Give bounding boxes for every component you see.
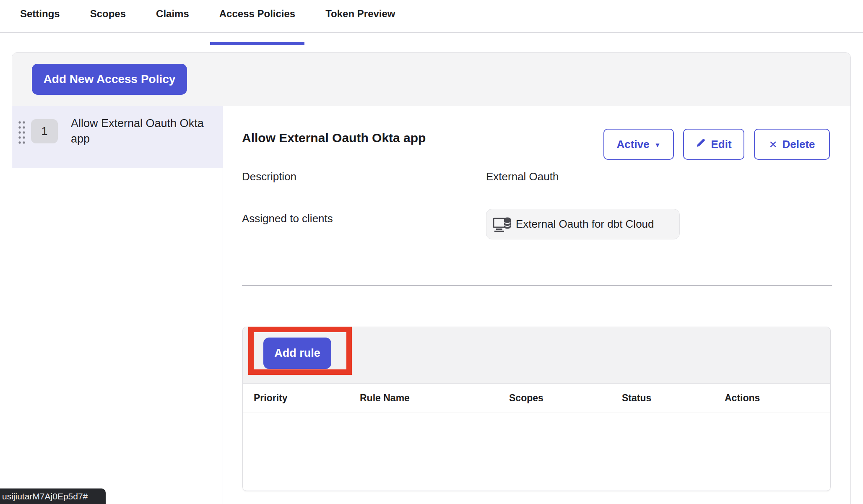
client-chip[interactable]: External Oauth for dbt Cloud bbox=[486, 209, 680, 239]
tab-bar: Settings Scopes Claims Access Policies T… bbox=[0, 0, 863, 33]
client-chip-label: External Oauth for dbt Cloud bbox=[516, 218, 654, 231]
column-header-priority: Priority bbox=[254, 392, 360, 404]
dropdown-arrow-icon: ▼ bbox=[655, 141, 661, 148]
delete-button-label: Delete bbox=[782, 138, 815, 151]
tab-scopes[interactable]: Scopes bbox=[90, 8, 126, 32]
rules-toolbar: Add rule bbox=[243, 327, 830, 384]
column-header-scopes: Scopes bbox=[509, 392, 622, 404]
pencil-icon bbox=[696, 138, 706, 151]
assigned-clients-field-label: Assigned to clients bbox=[242, 212, 333, 225]
description-field-value: External Oauth bbox=[486, 170, 559, 183]
tab-token-preview[interactable]: Token Preview bbox=[325, 8, 395, 32]
rules-card: Add rule Priority Rule Name Scopes Statu… bbox=[242, 327, 831, 491]
tab-access-policies[interactable]: Access Policies bbox=[219, 8, 295, 32]
active-status-label: Active bbox=[617, 138, 650, 151]
column-header-rule-name: Rule Name bbox=[360, 392, 509, 404]
delete-button[interactable]: ✕ Delete bbox=[754, 129, 830, 160]
add-rule-button[interactable]: Add rule bbox=[263, 338, 331, 369]
column-header-status: Status bbox=[622, 392, 725, 404]
add-new-access-policy-button[interactable]: Add New Access Policy bbox=[32, 64, 187, 95]
edit-button-label: Edit bbox=[711, 138, 731, 151]
status-url-tooltip: usijiutarM7Aj0Ep5d7# bbox=[0, 488, 106, 504]
access-policies-panel: Add New Access Policy 1 bbox=[12, 52, 851, 504]
x-icon: ✕ bbox=[769, 139, 777, 151]
active-status-button[interactable]: Active ▼ bbox=[603, 129, 674, 160]
computer-icon bbox=[492, 216, 512, 233]
panel-body: 1 Allow External Oauth Okta app Allow Ex… bbox=[12, 106, 850, 504]
edit-button[interactable]: Edit bbox=[683, 129, 744, 160]
policy-list-item[interactable]: 1 Allow External Oauth Okta app bbox=[12, 106, 223, 168]
panel-toolbar: Add New Access Policy bbox=[12, 53, 850, 106]
policy-detail-panel: Allow External Oauth Okta app Active ▼ E… bbox=[223, 106, 850, 504]
column-header-actions: Actions bbox=[725, 392, 760, 404]
policy-priority-badge: 1 bbox=[31, 119, 58, 143]
section-divider bbox=[242, 285, 832, 286]
policy-item-name: Allow External Oauth Okta app bbox=[71, 116, 205, 147]
tab-settings[interactable]: Settings bbox=[20, 8, 60, 32]
description-field-label: Description bbox=[242, 170, 296, 183]
policy-list: 1 Allow External Oauth Okta app bbox=[12, 106, 223, 504]
rules-table-header: Priority Rule Name Scopes Status Actions bbox=[243, 384, 830, 413]
policy-title: Allow External Oauth Okta app bbox=[242, 130, 426, 145]
tab-claims[interactable]: Claims bbox=[156, 8, 189, 32]
drag-handle-icon[interactable] bbox=[18, 120, 26, 146]
